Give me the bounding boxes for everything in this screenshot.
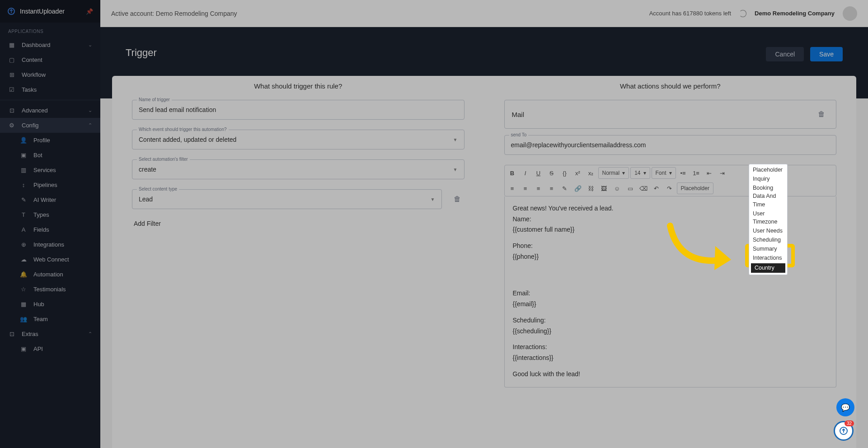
- delete-filter-button[interactable]: 🗑: [450, 191, 464, 207]
- redo-button[interactable]: ↷: [664, 182, 676, 194]
- pm-item-summary[interactable]: Summary: [749, 244, 787, 253]
- sidebar-item-types[interactable]: TTypes: [0, 207, 100, 222]
- color-button[interactable]: ✎: [559, 182, 571, 194]
- content-type-select[interactable]: Select content type Lead▼: [132, 189, 442, 209]
- dropdown-arrow-icon: ▼: [431, 197, 435, 202]
- sidebar-item-extras[interactable]: ⊡Extras⌃: [0, 327, 100, 341]
- content-icon: ▢: [8, 56, 15, 63]
- pm-item-user-needs[interactable]: User Needs: [749, 226, 787, 235]
- save-button[interactable]: Save: [810, 47, 843, 61]
- media-button[interactable]: ▭: [624, 182, 636, 194]
- sidebar-item-automation[interactable]: 🔔Automation: [0, 267, 100, 282]
- unlink-button[interactable]: ⛓: [585, 182, 597, 194]
- send-to-field[interactable]: send To: [504, 135, 837, 155]
- align-right-button[interactable]: ≡: [533, 182, 544, 194]
- cloud-icon: ☁: [20, 256, 27, 263]
- sidebar-item-content[interactable]: ▢Content: [0, 52, 100, 67]
- number-list-button[interactable]: 1≡: [690, 167, 702, 179]
- sidebar-item-dashboard[interactable]: ▦Dashboard⌄: [0, 37, 100, 52]
- pm-item-interactions[interactable]: Interactions: [749, 253, 787, 262]
- api-icon: ▣: [20, 345, 27, 352]
- sidebar-item-services[interactable]: ▥Services: [0, 163, 100, 177]
- filter-select[interactable]: Select automation's filter create▼: [132, 159, 464, 179]
- emoji-button[interactable]: ☺: [611, 182, 623, 194]
- underline-button[interactable]: U: [533, 167, 544, 179]
- sidebar-item-api[interactable]: ▣API: [0, 341, 100, 356]
- sidebar-item-web-connect[interactable]: ☁Web Connect: [0, 252, 100, 267]
- clear-format-button[interactable]: ⌫: [638, 182, 649, 194]
- chat-fab[interactable]: 💬: [836, 398, 854, 416]
- pm-item-booking[interactable]: Booking Data And Time: [749, 183, 787, 209]
- align-center-button[interactable]: ≡: [520, 182, 531, 194]
- code-block-button[interactable]: {}: [559, 167, 571, 179]
- sidebar-item-advanced[interactable]: ⊡Advanced⌄: [0, 103, 100, 118]
- sidebar-item-tasks[interactable]: ☑Tasks: [0, 82, 100, 97]
- font-select[interactable]: Font ▾: [652, 167, 676, 179]
- placeholder-dropdown[interactable]: Placeholder Inquiry Booking Data And Tim…: [749, 164, 788, 275]
- strike-button[interactable]: S: [546, 167, 558, 179]
- sidebar-item-team[interactable]: 👥Team: [0, 312, 100, 327]
- placeholder-select[interactable]: Placeholder: [677, 182, 713, 194]
- sidebar-item-label: Advanced: [22, 107, 48, 114]
- event-select[interactable]: Which event should trigger this automati…: [132, 130, 464, 149]
- image-button[interactable]: 🖼: [598, 182, 610, 194]
- pm-item-inquiry[interactable]: Inquiry: [749, 174, 787, 183]
- align-left-button[interactable]: ≡: [507, 182, 518, 194]
- brand-name: InstantUploader: [20, 8, 65, 15]
- sidebar-item-label: Fields: [33, 226, 49, 233]
- hub-icon: ▦: [20, 301, 27, 308]
- superscript-button[interactable]: x²: [572, 167, 584, 179]
- trigger-name-input[interactable]: [132, 100, 464, 119]
- sidebar-item-fields[interactable]: AFields: [0, 222, 100, 237]
- bold-button[interactable]: B: [507, 167, 518, 179]
- sidebar-item-workflow[interactable]: ⊞Workflow: [0, 67, 100, 82]
- add-filter-button[interactable]: Add Filter: [132, 209, 464, 227]
- mail-label: Mail: [512, 111, 525, 118]
- pm-item-timezone[interactable]: User Timezone: [749, 209, 787, 226]
- sidebar-item-pipelines[interactable]: ↕Pipelines: [0, 177, 100, 192]
- send-to-input[interactable]: [505, 135, 836, 154]
- align-justify-button[interactable]: ≡: [546, 182, 558, 194]
- help-fab-icon: [839, 426, 849, 436]
- trigger-heading: What should trigger this rule?: [132, 80, 464, 100]
- sidebar-item-label: Team: [33, 316, 48, 322]
- sidebar-item-config[interactable]: ⚙Config⌃: [0, 118, 100, 133]
- sidebar-item-testimonials[interactable]: ☆Testimonials: [0, 282, 100, 297]
- pin-icon[interactable]: 📌: [86, 8, 93, 15]
- fields-icon: A: [20, 226, 27, 233]
- refresh-icon[interactable]: [739, 10, 746, 17]
- tasks-icon: ☑: [8, 86, 15, 93]
- sidebar-item-ai-writer[interactable]: ✎AI Writer: [0, 192, 100, 207]
- pm-item-country[interactable]: Country: [750, 262, 786, 273]
- delete-action-button[interactable]: 🗑: [814, 107, 829, 122]
- sidebar-item-label: Bot: [33, 152, 42, 159]
- sidebar-item-hub[interactable]: ▦Hub: [0, 297, 100, 312]
- sidebar-item-label: Web Connect: [33, 256, 69, 263]
- undo-button[interactable]: ↶: [651, 182, 662, 194]
- format-select[interactable]: Normal ▾: [598, 167, 629, 179]
- subscript-button[interactable]: x₂: [585, 167, 597, 179]
- link-button[interactable]: 🔗: [572, 182, 584, 194]
- indent-button[interactable]: ⇥: [717, 167, 728, 179]
- trigger-name-field[interactable]: Name of trigger: [132, 100, 464, 120]
- sidebar-item-profile[interactable]: 👤Profile: [0, 133, 100, 148]
- help-fab[interactable]: 32: [834, 421, 854, 441]
- size-select[interactable]: 14 ▾: [630, 167, 650, 179]
- sidebar-item-bot[interactable]: ▣Bot: [0, 148, 100, 163]
- sidebar: InstantUploader 📌 APPLICATIONS ▦Dashboar…: [0, 0, 100, 448]
- chevron-down-icon: ⌄: [88, 107, 92, 113]
- tokens-left: Account has 617880 tokens left: [649, 10, 731, 17]
- integrations-icon: ⊕: [20, 241, 27, 248]
- cancel-button[interactable]: Cancel: [766, 47, 804, 61]
- pm-title: Placeholder: [749, 165, 787, 174]
- bullet-list-button[interactable]: •≡: [677, 167, 689, 179]
- sidebar-item-label: Extras: [22, 331, 38, 337]
- avatar[interactable]: [843, 6, 857, 21]
- pm-item-scheduling[interactable]: Scheduling: [749, 235, 787, 244]
- italic-button[interactable]: I: [520, 167, 531, 179]
- chevron-down-icon: ⌄: [88, 42, 92, 48]
- sidebar-item-label: Pipelines: [33, 182, 57, 188]
- outdent-button[interactable]: ⇤: [704, 167, 715, 179]
- field-label: Name of trigger: [137, 97, 172, 102]
- sidebar-item-integrations[interactable]: ⊕Integrations: [0, 237, 100, 252]
